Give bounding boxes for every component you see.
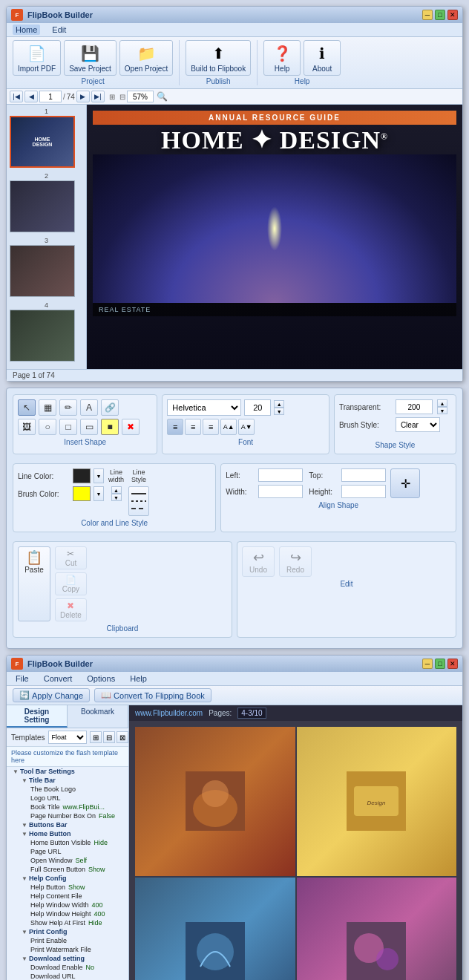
tree-title-bar[interactable]: ▼Title Bar — [7, 776, 128, 785]
tree-book-logo[interactable]: The Book Logo — [7, 785, 128, 794]
thumb-item-1[interactable]: 1 HOMEDESIGN — [10, 108, 83, 168]
tree-help-btn[interactable]: Help Button Show — [7, 883, 128, 892]
tree-open-window[interactable]: Open Window Self — [7, 856, 128, 865]
close-btn-1[interactable]: ✕ — [447, 10, 458, 20]
line-width-up-btn[interactable]: ▲ — [111, 486, 122, 494]
tree-buttons-bar[interactable]: ▼Buttons Bar — [7, 820, 128, 829]
menu-convert[interactable]: Convert — [41, 673, 76, 684]
convert-to-flipbook-button[interactable]: 📖 Convert To Flipping Book — [94, 688, 211, 702]
transparent-up-btn[interactable]: ▲ — [437, 399, 447, 407]
tree-help-config[interactable]: ▼Help Config — [7, 874, 128, 883]
thumb-item-2[interactable]: 2 — [10, 172, 83, 232]
thumb-item-3[interactable]: 3 — [10, 237, 83, 297]
help-button[interactable]: ❓ Help — [263, 40, 301, 76]
rect-tool-btn[interactable]: □ — [59, 419, 77, 435]
image-tool-btn[interactable]: 🖼 — [18, 419, 36, 435]
width-input[interactable] — [258, 485, 303, 498]
maximize-btn-1[interactable]: □ — [435, 10, 445, 20]
font-size-down-btn[interactable]: ▼ — [274, 408, 284, 415]
line-color-dropdown[interactable]: ▼ — [94, 468, 104, 483]
font-select[interactable]: Helvetica Arial Times New Roman — [167, 399, 241, 416]
tree-page-num-box[interactable]: Page Number Box On False — [7, 811, 128, 820]
link-tool-btn[interactable]: 🔗 — [101, 399, 119, 416]
tree-download-setting[interactable]: ▼Download setting — [7, 954, 128, 963]
align-left-btn[interactable]: ≡ — [167, 419, 183, 435]
font-size-input[interactable] — [244, 399, 271, 416]
minimize-btn-1[interactable]: ─ — [422, 10, 433, 20]
bookmark-tab[interactable]: Bookmark — [68, 705, 128, 728]
pencil-tool-btn[interactable]: ✏ — [59, 399, 77, 416]
copy-button[interactable]: 📄 Copy — [55, 572, 87, 595]
top-input[interactable] — [341, 468, 386, 482]
undo-button[interactable]: ↩ Undo — [242, 546, 275, 577]
tree-tool-bar-settings[interactable]: ▼Tool Bar Settings — [7, 767, 128, 776]
zoom-input[interactable] — [127, 91, 154, 102]
menu-options[interactable]: Options — [84, 673, 118, 684]
save-project-button[interactable]: 💾 Save Project — [64, 40, 117, 76]
nav-first-btn[interactable]: |◀ — [10, 91, 23, 102]
grow-text-btn[interactable]: A▲ — [220, 419, 237, 435]
tree-home-btn[interactable]: ▼Home Button — [7, 829, 128, 838]
delete-button[interactable]: ✖ Delete — [55, 598, 87, 621]
paste-button[interactable]: 📋 Paste — [18, 546, 50, 621]
tree-download-enable[interactable]: Download Enable No — [7, 963, 128, 972]
nav-last-btn[interactable]: ▶| — [91, 91, 105, 102]
align-center-btn[interactable]: ≡ — [185, 419, 201, 435]
menu-edit[interactable]: Edit — [49, 24, 69, 35]
templ-icon-3[interactable]: ⊠ — [117, 731, 128, 743]
cut-button[interactable]: ✂ Cut — [55, 546, 87, 569]
cursor-tool-btn[interactable]: ↖ — [18, 399, 36, 416]
tree-print-config[interactable]: ▼Print Config — [7, 927, 128, 936]
textbox-tool-btn[interactable]: A — [80, 399, 98, 416]
color-box-btn[interactable]: ■ — [101, 419, 119, 435]
close-btn-3[interactable]: ✕ — [447, 659, 458, 669]
redo-button[interactable]: ↪ Redo — [279, 546, 312, 577]
import-pdf-button[interactable]: 📄 Import PDF — [13, 40, 61, 76]
tree-book-title[interactable]: Book Title www.FlipBui... — [7, 803, 128, 811]
maximize-btn-3[interactable]: □ — [435, 659, 445, 669]
template-select[interactable]: Float Classic Neat — [48, 731, 87, 744]
line-width-down-btn[interactable]: ▼ — [111, 494, 122, 501]
tree-download-url[interactable]: Download URL — [7, 972, 128, 980]
tree-print-enable[interactable]: Print Enable — [7, 936, 128, 945]
apply-change-button[interactable]: 🔄 Apply Change — [13, 688, 90, 702]
templ-icon-1[interactable]: ⊞ — [90, 731, 102, 743]
design-setting-tab[interactable]: Design Setting — [7, 705, 68, 728]
brush-color-dropdown[interactable]: ▼ — [94, 486, 104, 501]
shrink-text-btn[interactable]: A▼ — [238, 419, 255, 435]
height-input[interactable] — [341, 485, 386, 498]
transparent-down-btn[interactable]: ▼ — [437, 407, 447, 414]
menu-help-3[interactable]: Help — [127, 673, 150, 684]
thumb-item-4[interactable]: 4 — [10, 301, 83, 362]
templ-icon-2[interactable]: ⊟ — [103, 731, 115, 743]
tree-page-url[interactable]: Page URL — [7, 847, 128, 856]
open-project-button[interactable]: 📁 Open Project — [119, 40, 173, 76]
tree-help-content[interactable]: Help Content File — [7, 892, 128, 901]
brush-style-select[interactable]: Clear Solid Hatch — [396, 417, 440, 432]
tree-print-watermark[interactable]: Print Watermark File — [7, 945, 128, 954]
menu-home[interactable]: Home — [13, 24, 40, 35]
build-flipbook-button[interactable]: ⬆ Build to Flipbook — [186, 40, 251, 76]
tree-logo-url[interactable]: Logo URL — [7, 794, 128, 803]
nav-next-btn[interactable]: ▶ — [76, 91, 90, 102]
brush-color-swatch[interactable] — [73, 486, 91, 501]
tree-show-help[interactable]: Show Help At First Hide — [7, 918, 128, 927]
page-current-input[interactable] — [39, 91, 62, 102]
rounded-rect-tool-btn[interactable]: ▭ — [80, 419, 98, 435]
line-color-swatch[interactable] — [73, 468, 91, 483]
delete-shape-btn[interactable]: ✖ — [122, 419, 140, 435]
select-tool-btn[interactable]: ▦ — [39, 399, 56, 416]
ellipse-tool-btn[interactable]: ○ — [39, 419, 56, 435]
left-input[interactable] — [258, 468, 303, 482]
minimize-btn-3[interactable]: ─ — [422, 659, 433, 669]
transparent-input[interactable] — [396, 399, 433, 414]
tree-home-visible[interactable]: Home Button Visible Hide — [7, 838, 128, 847]
tree-fullscreen-btn[interactable]: Full Screen Button Show — [7, 865, 128, 874]
nav-prev-btn[interactable]: ◀ — [24, 91, 38, 102]
align-cross-btn[interactable]: ✛ — [390, 468, 420, 498]
align-right-btn[interactable]: ≡ — [203, 419, 219, 435]
about-button[interactable]: ℹ About — [304, 40, 341, 76]
font-size-up-btn[interactable]: ▲ — [274, 400, 284, 408]
line-style-btn[interactable] — [128, 486, 149, 516]
tree-help-win-h[interactable]: Help Window Height 400 — [7, 909, 128, 918]
